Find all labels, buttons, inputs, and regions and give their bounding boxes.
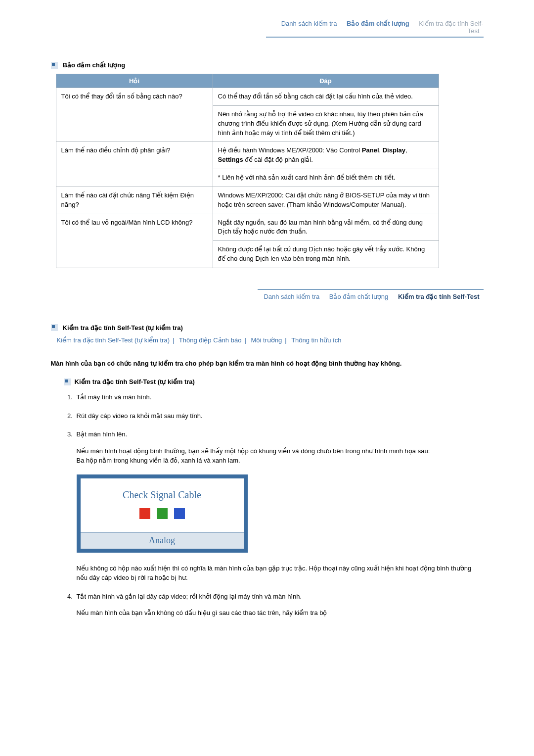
nav-quality[interactable]: Bảo đảm chất lượng bbox=[343, 20, 413, 27]
a-cell: * Liên hệ với nhà sản xuất card hình ảnh… bbox=[213, 169, 439, 187]
step-3: Bật màn hình lên. Nếu màn hình hoạt động… bbox=[75, 429, 484, 583]
sublinks: Kiểm tra đặc tính Self-Test (tự kiểm tra… bbox=[57, 336, 484, 344]
steps-list: Tắt máy tính và màn hình. Rút dây cáp vi… bbox=[75, 392, 484, 618]
q-cell: Tôi có thể lau vỏ ngoài/Màn hình LCD khô… bbox=[56, 214, 213, 268]
a-cell: Windows ME/XP/2000: Cài đặt chức năng ở … bbox=[213, 187, 439, 214]
table-row: Làm thế nào cài đặt chức năng Tiết kiệm … bbox=[56, 187, 439, 214]
red-square-icon bbox=[139, 508, 150, 519]
sublink-selftest[interactable]: Kiểm tra đặc tính Self-Test (tự kiểm tra… bbox=[57, 336, 170, 344]
table-row: Tôi có thể lau vỏ ngoài/Màn hình LCD khô… bbox=[56, 214, 439, 241]
a-cell: Có thể thay đổi tần số bằng cách cài đặt… bbox=[213, 88, 439, 106]
step-4-after: Nếu màn hình của bạn vẫn không có dấu hi… bbox=[77, 608, 484, 618]
step-1: Tắt máy tính và màn hình. bbox=[75, 392, 484, 402]
signal-cable-illustration: Check Signal Cable Analog bbox=[77, 474, 248, 553]
q-cell: Làm thế nào điều chỉnh độ phân giải? bbox=[56, 142, 213, 187]
table-row: Làm thế nào điều chỉnh độ phân giải? Hệ … bbox=[56, 142, 439, 169]
nav-selftest[interactable]: Kiểm tra đặc tính Self-Test bbox=[415, 20, 483, 35]
signal-foot: Analog bbox=[81, 533, 244, 549]
a-cell: Nên nhớ rằng sự hỗ trợ thẻ video có khác… bbox=[213, 105, 439, 142]
sublink-info[interactable]: Thông tin hữu ích bbox=[291, 336, 341, 344]
step-4: Tắt màn hình và gắn lại dây cáp video; r… bbox=[75, 592, 484, 618]
step-3-desc: Nếu màn hình hoạt động bình thường, bạn … bbox=[77, 446, 484, 466]
q-cell: Làm thế nào cài đặt chức năng Tiết kiệm … bbox=[56, 187, 213, 214]
nav-selftest[interactable]: Kiểm tra đặc tính Self-Test bbox=[394, 293, 484, 300]
nav-quality[interactable]: Bảo đảm chất lượng bbox=[325, 293, 393, 300]
th-answer: Đáp bbox=[213, 74, 439, 88]
table-row: Tôi có thể thay đổi tần số bằng cách nào… bbox=[56, 88, 439, 106]
svg-rect-5 bbox=[65, 379, 68, 382]
th-question: Hỏi bbox=[56, 74, 213, 88]
sublink-warning[interactable]: Thông điệp Cảnh báo bbox=[179, 336, 242, 344]
color-squares bbox=[86, 508, 239, 523]
section-selftest-heading: Kiểm tra đặc tính Self-Test (tự kiểm tra… bbox=[51, 324, 484, 331]
svg-rect-1 bbox=[52, 63, 55, 66]
bullet-icon bbox=[51, 62, 58, 69]
signal-text: Check Signal Cable bbox=[86, 487, 239, 502]
selftest-subheading: Kiểm tra đặc tính Self-Test (tự kiểm tra… bbox=[64, 378, 484, 385]
a-cell: Hệ điều hành Windows ME/XP/2000: Vào Con… bbox=[213, 142, 439, 169]
bullet-icon bbox=[64, 378, 71, 385]
a-cell: Ngắt dây nguồn, sau đó lau màn hình bằng… bbox=[213, 214, 439, 241]
sublink-environment[interactable]: Môi trường bbox=[251, 336, 282, 344]
a-cell: Không được để lại bất cứ dung Dịch nào h… bbox=[213, 241, 439, 268]
section-quality-title: Bảo đảm chất lượng bbox=[63, 61, 126, 69]
nav-checklist[interactable]: Danh sách kiểm tra bbox=[260, 293, 323, 300]
section-selftest-title: Kiểm tra đặc tính Self-Test (tự kiểm tra… bbox=[63, 324, 183, 331]
q-cell: Tôi có thể thay đổi tần số bằng cách nào… bbox=[56, 88, 213, 142]
blue-square-icon bbox=[174, 508, 185, 519]
step-2: Rút dây cáp video ra khỏi mặt sau máy tí… bbox=[75, 411, 484, 421]
svg-rect-3 bbox=[52, 325, 55, 328]
bottom-breadcrumb: Danh sách kiểm tra Bảo đảm chất lượng Ki… bbox=[258, 289, 484, 300]
step-3-after: Nếu không có hộp nào xuất hiện thì có ng… bbox=[77, 564, 484, 583]
section-quality-heading: Bảo đảm chất lượng bbox=[51, 61, 484, 69]
qa-table: Hỏi Đáp Tôi có thể thay đổi tần số bằng … bbox=[56, 74, 439, 268]
green-square-icon bbox=[157, 508, 168, 519]
top-breadcrumb: Danh sách kiểm tra Bảo đảm chất lượng Ki… bbox=[266, 20, 484, 38]
selftest-intro: Màn hình của bạn có chức năng tự kiểm tr… bbox=[51, 359, 484, 369]
selftest-subheading-label: Kiểm tra đặc tính Self-Test (tự kiểm tra… bbox=[75, 378, 195, 385]
bullet-icon bbox=[51, 324, 58, 331]
nav-checklist[interactable]: Danh sách kiểm tra bbox=[277, 20, 341, 27]
